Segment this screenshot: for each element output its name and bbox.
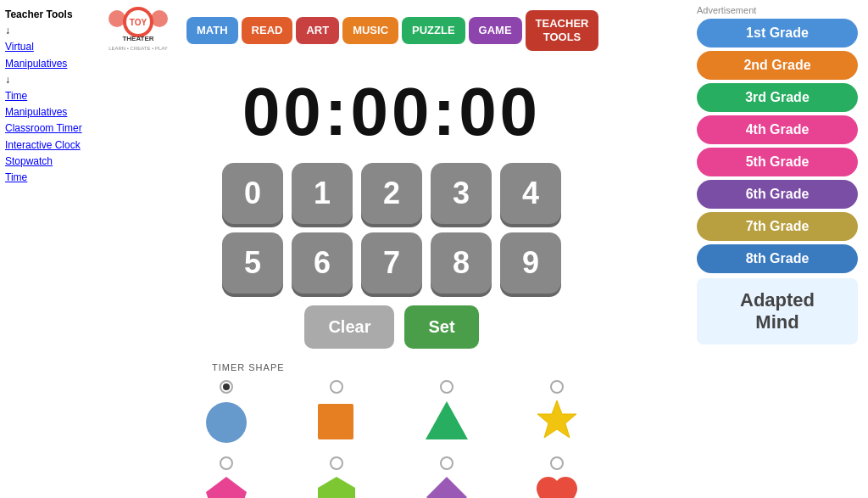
shape-star-radio[interactable]	[550, 380, 564, 394]
stopwatch-link[interactable]: Stopwatch	[5, 154, 88, 170]
shape-triangle-radio[interactable]	[440, 380, 453, 394]
interactive-clock-link[interactable]: Interactive Clock	[5, 137, 88, 154]
shape-circle-item[interactable]	[201, 380, 252, 444]
ad-label: Advertisement	[697, 5, 861, 15]
clear-button[interactable]: Clear	[304, 305, 394, 349]
music-nav-btn[interactable]: MUSIC	[342, 17, 398, 44]
ad-panel: Advertisement 1st Grade 2nd Grade 3rd Gr…	[690, 0, 868, 498]
grade-3-btn[interactable]: 3rd Grade	[697, 83, 858, 112]
triangle-icon	[421, 397, 472, 444]
virtual-manipulatives-link[interactable]: Virtual Manipulatives	[5, 39, 88, 71]
svg-marker-9	[426, 401, 468, 439]
game-nav-btn[interactable]: GAME	[469, 17, 522, 44]
art-nav-btn[interactable]: ART	[296, 17, 339, 44]
arrow-1: ↓	[5, 23, 88, 39]
sidebar: Teacher Tools ↓ Virtual Manipulatives ↓ …	[0, 0, 93, 498]
time-link[interactable]: Time	[5, 170, 88, 186]
shape-circle-radio[interactable]	[220, 380, 233, 394]
svg-text:LEARN • CREATE • PLAY: LEARN • CREATE • PLAY	[108, 46, 168, 51]
num-6-btn[interactable]: 6	[292, 232, 353, 294]
svg-text:TOY: TOY	[130, 18, 147, 27]
star-icon	[531, 397, 582, 444]
read-nav-btn[interactable]: READ	[242, 17, 293, 44]
shape-triangle-item[interactable]	[421, 380, 472, 444]
num-2-btn[interactable]: 2	[361, 163, 422, 224]
heart-icon	[531, 473, 582, 499]
shape-heart-item[interactable]	[531, 456, 582, 499]
circle-icon	[201, 397, 252, 444]
svg-text:THEATER: THEATER	[122, 35, 153, 42]
grade-4-btn[interactable]: 4th Grade	[697, 115, 858, 144]
num-8-btn[interactable]: 8	[431, 232, 492, 294]
shape-diamond-radio[interactable]	[440, 456, 453, 470]
main-area: TOY THEATER LEARN • CREATE • PLAY MATH R…	[93, 0, 690, 498]
diamond-icon	[421, 473, 472, 499]
shape-hexagon-radio[interactable]	[330, 456, 343, 470]
timer-display: 00:00:00	[242, 73, 541, 151]
timer-content: 00:00:00 0 1 2 3 4 5 6 7 8 9 Clear Set T…	[93, 61, 690, 498]
shape-star-item[interactable]	[531, 380, 582, 444]
puzzle-nav-btn[interactable]: PUZZLE	[402, 17, 465, 44]
action-buttons: Clear Set	[304, 305, 478, 349]
svg-point-7	[206, 402, 247, 443]
shape-square-item[interactable]	[311, 380, 362, 444]
grade-6-btn[interactable]: 6th Grade	[697, 180, 858, 209]
adapted-mind-text: Adapted Mind	[740, 289, 815, 334]
num-5-btn[interactable]: 5	[222, 232, 283, 294]
num-7-btn[interactable]: 7	[361, 232, 422, 294]
adapted-mind-line1: Adapted	[740, 289, 815, 311]
classroom-timer-link[interactable]: Classroom Timer	[5, 120, 88, 137]
pentagon-icon	[201, 473, 252, 499]
grade-1-btn[interactable]: 1st Grade	[697, 19, 858, 48]
shape-diamond-item[interactable]	[421, 456, 472, 499]
math-nav-btn[interactable]: MATH	[186, 17, 238, 44]
logo[interactable]: TOY THEATER LEARN • CREATE • PLAY	[100, 5, 176, 56]
num-9-btn[interactable]: 9	[500, 232, 561, 294]
time-manipulatives-link[interactable]: Time Manipulatives	[5, 88, 88, 120]
numpad: 0 1 2 3 4 5 6 7 8 9	[222, 163, 561, 294]
svg-marker-12	[318, 477, 355, 499]
grade-8-btn[interactable]: 8th Grade	[697, 244, 858, 273]
adapted-mind-line2: Mind	[755, 311, 798, 333]
hexagon-icon	[311, 473, 362, 499]
svg-marker-10	[537, 400, 576, 438]
shapes-container	[180, 378, 604, 498]
navbar: TOY THEATER LEARN • CREATE • PLAY MATH R…	[93, 0, 690, 61]
svg-marker-11	[206, 477, 247, 499]
square-icon	[311, 397, 362, 444]
shape-square-radio[interactable]	[330, 380, 343, 394]
svg-point-5	[108, 10, 125, 27]
num-3-btn[interactable]: 3	[431, 163, 492, 224]
shape-pentagon-radio[interactable]	[220, 456, 233, 470]
set-button[interactable]: Set	[404, 305, 478, 349]
grade-2-btn[interactable]: 2nd Grade	[697, 51, 858, 80]
num-0-btn[interactable]: 0	[222, 163, 283, 224]
adapted-mind-banner[interactable]: Adapted Mind	[697, 278, 858, 344]
grade-7-btn[interactable]: 7th Grade	[697, 212, 858, 241]
shape-hexagon-item[interactable]	[311, 456, 362, 499]
svg-marker-13	[426, 477, 467, 499]
num-4-btn[interactable]: 4	[500, 163, 561, 224]
shape-pentagon-item[interactable]	[201, 456, 252, 499]
shape-heart-radio[interactable]	[550, 456, 564, 470]
timer-shape-label: TIMER SHAPE	[212, 362, 285, 372]
arrow-2: ↓	[5, 72, 88, 88]
grade-5-btn[interactable]: 5th Grade	[697, 148, 858, 176]
teacher-tools-nav-btn[interactable]: TEACHER TOOLS	[526, 10, 599, 50]
svg-point-6	[151, 10, 168, 27]
svg-rect-8	[318, 404, 353, 439]
num-1-btn[interactable]: 1	[292, 163, 353, 224]
sidebar-title: Teacher Tools	[5, 7, 88, 23]
